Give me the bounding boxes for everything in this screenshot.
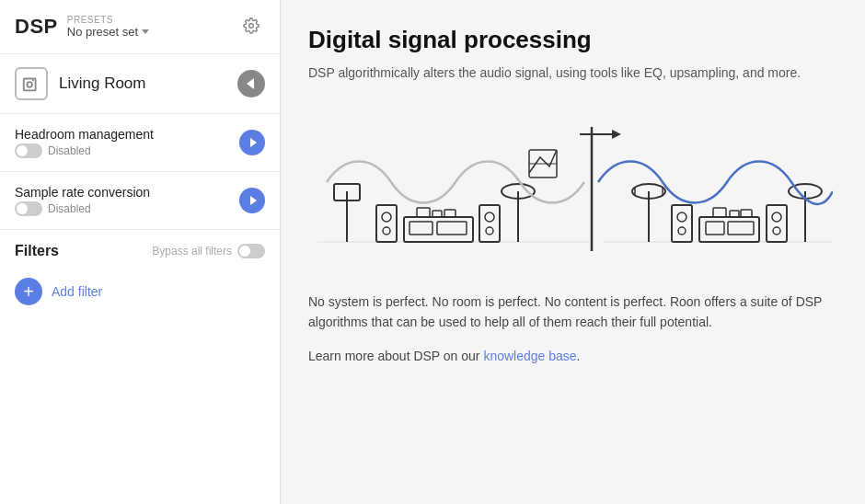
- svg-rect-16: [713, 208, 726, 217]
- sample-rate-item[interactable]: Sample rate conversion Disabled: [0, 172, 280, 230]
- main-content: Digital signal processing DSP algorithmi…: [281, 0, 865, 504]
- page-title: Digital signal processing: [308, 26, 837, 54]
- svg-rect-10: [672, 205, 692, 242]
- body-text-2: Learn more about DSP on our knowledge ba…: [308, 346, 837, 366]
- svg-rect-31: [404, 217, 473, 242]
- svg-rect-36: [444, 210, 456, 217]
- dsp-label: DSP: [15, 15, 58, 39]
- sample-rate-left: Sample rate conversion Disabled: [15, 185, 150, 216]
- sample-rate-title: Sample rate conversion: [15, 185, 150, 200]
- presets-title: Presets: [67, 15, 113, 25]
- headroom-toggle[interactable]: [15, 143, 42, 158]
- headroom-nav-button[interactable]: [239, 130, 265, 155]
- gear-icon: [243, 17, 260, 37]
- svg-point-0: [249, 23, 254, 28]
- headroom-status: Disabled: [15, 143, 154, 158]
- svg-rect-34: [417, 208, 430, 217]
- filters-title: Filters: [15, 243, 59, 259]
- svg-point-12: [678, 227, 686, 235]
- svg-point-11: [677, 212, 686, 222]
- svg-rect-19: [767, 205, 787, 242]
- svg-rect-15: [728, 222, 754, 235]
- chevron-down-icon: [142, 29, 149, 34]
- svg-rect-35: [432, 211, 442, 217]
- sample-rate-status: Disabled: [15, 201, 150, 216]
- body-text-1: No system is perfect. No room is perfect…: [308, 292, 837, 333]
- headroom-status-label: Disabled: [48, 144, 91, 157]
- svg-rect-32: [409, 222, 432, 235]
- presets-dropdown[interactable]: No preset set: [67, 25, 149, 39]
- add-filter-row[interactable]: + Add filter: [0, 269, 280, 315]
- headroom-title: Headroom management: [15, 127, 154, 142]
- svg-rect-13: [699, 217, 759, 242]
- back-button[interactable]: [237, 70, 265, 97]
- sample-rate-status-label: Disabled: [48, 202, 91, 215]
- svg-marker-46: [612, 130, 621, 139]
- svg-point-21: [773, 227, 780, 235]
- svg-rect-37: [479, 205, 500, 242]
- body-text-2-prefix: Learn more about DSP on our: [308, 349, 483, 363]
- dsp-illustration: [308, 99, 833, 269]
- svg-point-38: [485, 212, 494, 222]
- gear-button[interactable]: [237, 13, 265, 40]
- svg-point-29: [382, 212, 391, 222]
- presets-value-label: No preset set: [67, 25, 138, 39]
- sample-rate-nav-button[interactable]: [239, 188, 265, 213]
- add-filter-label: Add filter: [52, 284, 102, 299]
- svg-rect-14: [706, 222, 724, 235]
- knowledge-base-link[interactable]: knowledge base: [483, 349, 576, 363]
- svg-point-30: [383, 227, 390, 235]
- headroom-management-item[interactable]: Headroom management Disabled: [0, 114, 280, 172]
- svg-rect-17: [730, 211, 739, 217]
- sidebar: DSP Presets No preset set: [0, 0, 281, 504]
- svg-rect-33: [437, 222, 467, 235]
- bypass-toggle[interactable]: [237, 244, 265, 258]
- device-name: Living Room: [59, 74, 146, 93]
- svg-rect-28: [376, 205, 397, 242]
- device-left: Living Room: [15, 67, 146, 100]
- svg-point-2: [27, 82, 32, 87]
- bypass-label: Bypass all filters: [152, 245, 232, 258]
- sidebar-header: DSP Presets No preset set: [0, 0, 280, 54]
- speaker-icon: [15, 67, 48, 100]
- body-text-2-suffix: .: [577, 349, 581, 363]
- dsp-logo-area: DSP Presets No preset set: [15, 15, 149, 39]
- bypass-area: Bypass all filters: [152, 244, 265, 258]
- presets-area: Presets No preset set: [67, 15, 149, 39]
- svg-point-20: [772, 212, 781, 222]
- svg-rect-18: [741, 210, 752, 217]
- sample-rate-toggle[interactable]: [15, 201, 42, 216]
- add-filter-button[interactable]: +: [15, 278, 42, 305]
- filters-header: Filters Bypass all filters: [0, 230, 280, 269]
- device-row: Living Room: [0, 54, 280, 114]
- headroom-left: Headroom management Disabled: [15, 127, 154, 158]
- svg-point-39: [486, 227, 493, 235]
- page-description: DSP algorithmically alters the audio sig…: [308, 63, 837, 83]
